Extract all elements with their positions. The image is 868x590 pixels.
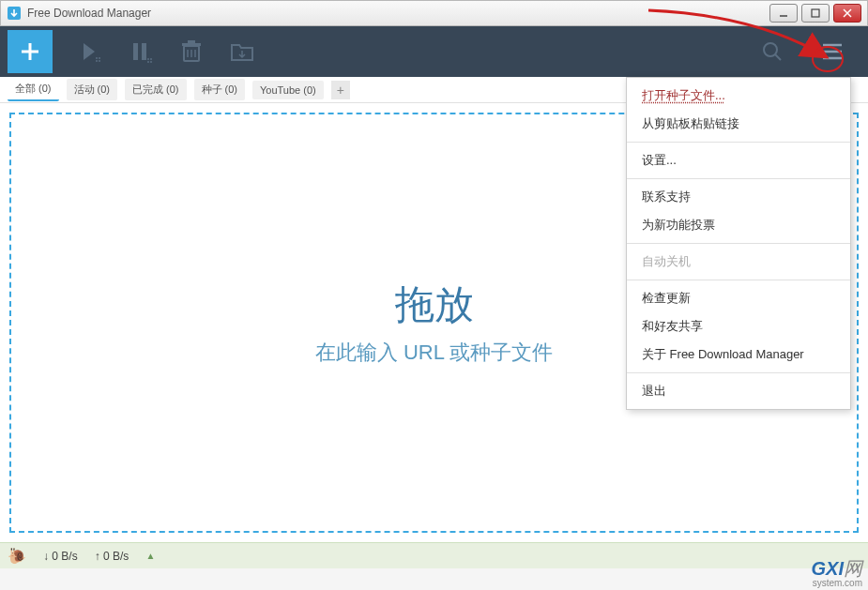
svg-point-16	[150, 61, 152, 63]
svg-line-24	[775, 54, 781, 60]
svg-rect-22	[188, 40, 195, 43]
tab-active[interactable]: 活动 (0)	[67, 79, 118, 100]
search-icon[interactable]	[750, 31, 795, 72]
play-button[interactable]	[68, 31, 113, 72]
menu-check-update[interactable]: 检查更新	[627, 284, 850, 312]
menu-settings[interactable]: 设置...	[627, 146, 850, 174]
drop-title: 拖放	[395, 279, 474, 331]
app-icon	[7, 6, 22, 21]
svg-rect-12	[142, 43, 146, 60]
main-menu-dropdown: 打开种子文件... 从剪贴板粘贴链接 设置... 联系支持 为新功能投票 自动关…	[626, 77, 851, 410]
download-speed: ↓ 0 B/s	[43, 550, 78, 563]
window-titlebar: Free Download Manager	[0, 0, 868, 26]
svg-point-9	[96, 60, 98, 62]
menu-share[interactable]: 和好友共享	[627, 312, 850, 340]
menu-exit[interactable]: 退出	[627, 377, 850, 405]
watermark: GXI网 system.com	[812, 556, 862, 588]
add-tab-button[interactable]: +	[331, 81, 350, 99]
expand-icon[interactable]: ▲	[145, 551, 155, 561]
folder-button[interactable]	[220, 31, 265, 72]
svg-point-23	[764, 43, 777, 56]
menu-open-torrent[interactable]: 打开种子文件...	[627, 82, 850, 110]
tab-youtube[interactable]: YouTube (0)	[252, 81, 324, 99]
close-button[interactable]	[833, 4, 861, 23]
drop-subtitle: 在此输入 URL 或种子文件	[315, 339, 553, 367]
tab-torrents[interactable]: 种子 (0)	[194, 79, 246, 100]
window-title: Free Download Manager	[27, 7, 769, 20]
snail-icon[interactable]: 🐌	[8, 547, 26, 565]
svg-point-13	[147, 58, 149, 60]
status-bar: 🐌 ↓ 0 B/s ↑ 0 B/s ▲	[0, 542, 868, 568]
svg-point-7	[96, 57, 98, 59]
minimize-button[interactable]	[769, 4, 798, 23]
menu-about[interactable]: 关于 Free Download Manager	[627, 340, 850, 369]
menu-contact[interactable]: 联系支持	[627, 183, 850, 211]
pause-button[interactable]	[118, 31, 163, 72]
main-toolbar	[0, 26, 868, 77]
svg-point-10	[99, 60, 100, 62]
svg-point-14	[150, 58, 152, 60]
tab-completed[interactable]: 已完成 (0)	[125, 79, 187, 100]
menu-vote[interactable]: 为新功能投票	[627, 211, 850, 239]
svg-point-8	[99, 57, 100, 59]
svg-rect-2	[812, 9, 819, 17]
svg-rect-11	[133, 43, 138, 60]
svg-point-15	[147, 61, 149, 63]
tab-all[interactable]: 全部 (0)	[8, 78, 59, 101]
window-controls	[769, 4, 861, 23]
delete-button[interactable]	[169, 31, 214, 72]
svg-rect-21	[182, 43, 201, 46]
maximize-button[interactable]	[801, 4, 830, 23]
menu-paste-link[interactable]: 从剪贴板粘贴链接	[627, 110, 850, 138]
menu-auto-shutdown: 自动关机	[627, 248, 850, 276]
upload-speed: ↑ 0 B/s	[95, 550, 129, 563]
hamburger-menu-icon[interactable]	[810, 31, 855, 72]
add-download-button[interactable]	[8, 30, 53, 73]
